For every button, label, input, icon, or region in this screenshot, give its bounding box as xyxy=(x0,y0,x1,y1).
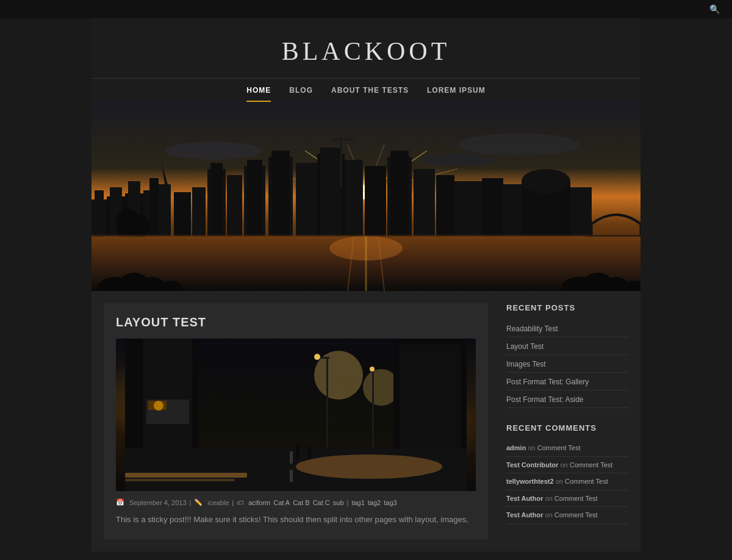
list-item: Images Test xyxy=(506,355,628,373)
svg-rect-89 xyxy=(296,448,300,459)
svg-rect-82 xyxy=(125,479,235,481)
svg-point-90 xyxy=(295,444,300,449)
list-item: Readability Test xyxy=(506,320,628,337)
svg-rect-19 xyxy=(149,178,159,236)
list-item: Layout Test xyxy=(506,337,628,355)
sidebar: RECENT POSTS Readability Test Layout Tes… xyxy=(506,303,628,539)
on-text-2: on xyxy=(560,461,569,468)
comment-link-3[interactable]: Comment Test xyxy=(565,478,608,485)
svg-rect-42 xyxy=(454,181,482,236)
svg-rect-22 xyxy=(174,192,191,236)
calendar-icon: 📅 xyxy=(116,498,124,506)
svg-rect-44 xyxy=(503,184,522,236)
tag3[interactable]: tag3 xyxy=(384,499,396,506)
site-nav: HOME BLOG ABOUT THE TESTS LOREM IPSUM xyxy=(92,78,640,102)
svg-rect-26 xyxy=(227,175,242,236)
author-icon: ✏️ xyxy=(194,498,203,506)
svg-rect-39 xyxy=(390,151,409,236)
svg-rect-40 xyxy=(414,169,435,236)
recent-comments-heading: RECENT COMMENTS xyxy=(506,423,628,433)
list-item: Post Format Test: Gallery xyxy=(506,373,628,390)
svg-rect-30 xyxy=(271,151,290,236)
comment-item-3: tellyworthtest2 on Comment Test xyxy=(506,473,628,490)
cat-b[interactable]: Cat B xyxy=(293,499,310,506)
svg-rect-84 xyxy=(326,357,328,448)
comment-item-4: Test Author on Comment Test xyxy=(506,490,628,508)
site-title: BLACKOOT xyxy=(92,37,640,66)
on-text-3: on xyxy=(556,478,565,485)
svg-point-10 xyxy=(458,134,580,156)
meta-separator: | xyxy=(190,499,192,506)
list-item: Post Format Test: Aside xyxy=(506,390,628,408)
commenter-3: tellyworthtest2 xyxy=(506,478,554,485)
comment-item-5: Test Author on Comment Test xyxy=(506,507,628,524)
svg-rect-28 xyxy=(247,160,262,236)
comment-link-1[interactable]: Comment Test xyxy=(537,444,581,451)
svg-rect-79 xyxy=(290,451,293,464)
svg-point-9 xyxy=(165,142,262,160)
recent-posts-heading: RECENT POSTS xyxy=(506,303,628,312)
svg-rect-81 xyxy=(125,473,247,478)
post-image xyxy=(116,339,476,491)
commenter-4: Test Author xyxy=(506,495,544,502)
svg-rect-80 xyxy=(290,470,293,482)
nav-blog[interactable]: BLOG xyxy=(289,86,313,102)
svg-rect-13 xyxy=(95,190,104,239)
recent-post-layout[interactable]: Layout Test xyxy=(506,342,544,351)
hero-svg xyxy=(92,102,640,291)
on-text-5: on xyxy=(545,511,554,519)
site-wrapper: BLACKOOT HOME BLOG ABOUT THE TESTS LOREM… xyxy=(92,18,640,551)
comment-item-2: Test Contributor on Comment Test xyxy=(506,457,628,474)
site-header: BLACKOOT HOME BLOG ABOUT THE TESTS LOREM… xyxy=(92,18,640,102)
recent-post-aside[interactable]: Post Format Test: Aside xyxy=(506,395,584,404)
cat-a[interactable]: Cat A xyxy=(273,499,290,506)
recent-post-readability[interactable]: Readability Test xyxy=(506,325,558,333)
svg-rect-21 xyxy=(159,184,171,236)
svg-rect-35 xyxy=(332,138,354,140)
post-excerpt: This is a sticky post!!! Make sure it st… xyxy=(116,514,476,526)
recent-post-gallery[interactable]: Post Format Test: Gallery xyxy=(506,378,589,386)
svg-rect-43 xyxy=(482,178,503,236)
search-icon[interactable]: 🔍 xyxy=(709,4,720,14)
svg-point-75 xyxy=(154,401,163,411)
svg-point-46 xyxy=(522,169,570,193)
post-image-svg xyxy=(116,339,476,491)
post-title: LAYOUT TEST xyxy=(116,315,476,329)
post-image-inner xyxy=(116,339,476,491)
svg-rect-34 xyxy=(340,138,342,187)
commenter-5: Test Author xyxy=(506,511,544,519)
nav-home[interactable]: HOME xyxy=(246,86,271,102)
cat-c[interactable]: Cat C xyxy=(313,499,330,506)
svg-rect-25 xyxy=(210,163,223,236)
nav-lorem[interactable]: LOREM IPSUM xyxy=(427,86,486,102)
comment-link-2[interactable]: Comment Test xyxy=(570,461,613,468)
cat-aciform[interactable]: aciform xyxy=(248,499,270,506)
recent-post-images[interactable]: Images Test xyxy=(506,360,545,368)
on-text-1: on xyxy=(528,444,537,451)
meta-separator3: | xyxy=(347,499,349,506)
svg-point-88 xyxy=(370,367,375,372)
svg-rect-41 xyxy=(436,175,454,236)
recent-posts-section: RECENT POSTS Readability Test Layout Tes… xyxy=(506,303,628,408)
tag1[interactable]: tag1 xyxy=(351,499,364,506)
recent-posts-list: Readability Test Layout Test Images Test… xyxy=(506,320,628,408)
svg-rect-91 xyxy=(308,450,311,459)
tag2[interactable]: tag2 xyxy=(368,499,381,506)
svg-rect-36 xyxy=(345,160,363,236)
post-author: iceable xyxy=(207,499,229,506)
svg-rect-87 xyxy=(372,369,374,448)
post-meta: 📅 September 4, 2013 | ✏️ iceable | 🏷 aci… xyxy=(116,498,476,506)
cat-sub[interactable]: sub xyxy=(333,499,344,506)
main-content: LAYOUT TEST xyxy=(104,303,488,539)
svg-rect-23 xyxy=(192,187,206,236)
svg-point-92 xyxy=(307,446,311,450)
comment-link-5[interactable]: Comment Test xyxy=(554,511,598,519)
top-bar: 🔍 xyxy=(0,0,732,18)
on-text-4: on xyxy=(545,495,554,502)
svg-rect-33 xyxy=(320,148,342,236)
svg-rect-47 xyxy=(570,187,592,236)
category-icon: 🏷 xyxy=(237,499,243,506)
nav-about[interactable]: ABOUT THE TESTS xyxy=(331,86,409,102)
svg-point-86 xyxy=(314,354,320,360)
comment-link-4[interactable]: Comment Test xyxy=(554,495,598,502)
